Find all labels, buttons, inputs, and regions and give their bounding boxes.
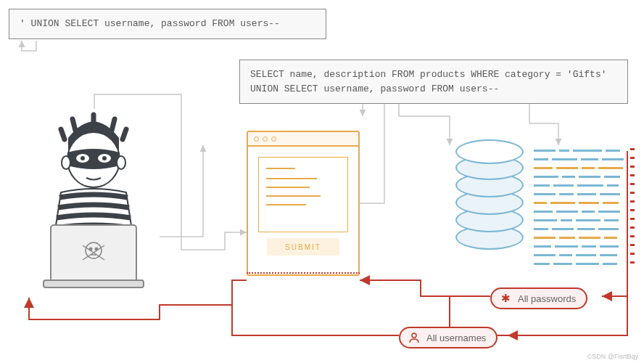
svg-point-12 bbox=[412, 333, 416, 338]
svg-point-6 bbox=[117, 156, 125, 169]
leaked-data-rows bbox=[534, 148, 628, 270]
resulting-query-box: SELECT name, description FROM products W… bbox=[239, 60, 628, 104]
svg-rect-8 bbox=[44, 280, 144, 287]
injection-payload-text: ' UNION SELECT username, password FROM u… bbox=[20, 18, 280, 29]
web-form-illustration: SUBMIT bbox=[247, 131, 360, 276]
injection-payload-box: ' UNION SELECT username, password FROM u… bbox=[9, 9, 326, 39]
all-usernames-label: All usernames bbox=[399, 327, 498, 348]
resulting-query-text: SELECT name, description FROM products W… bbox=[250, 69, 612, 94]
all-passwords-label: ✱ All passwords bbox=[490, 287, 587, 309]
database-illustration bbox=[455, 141, 524, 264]
svg-point-4 bbox=[102, 156, 107, 160]
svg-rect-7 bbox=[51, 225, 136, 282]
attacker-illustration bbox=[25, 109, 162, 290]
submit-button: SUBMIT bbox=[267, 238, 339, 256]
asterisk-icon: ✱ bbox=[499, 292, 512, 305]
user-icon bbox=[408, 331, 421, 344]
watermark: CSDN @FisrtBqy bbox=[587, 353, 638, 360]
svg-point-5 bbox=[62, 156, 70, 169]
svg-point-2 bbox=[80, 156, 85, 160]
